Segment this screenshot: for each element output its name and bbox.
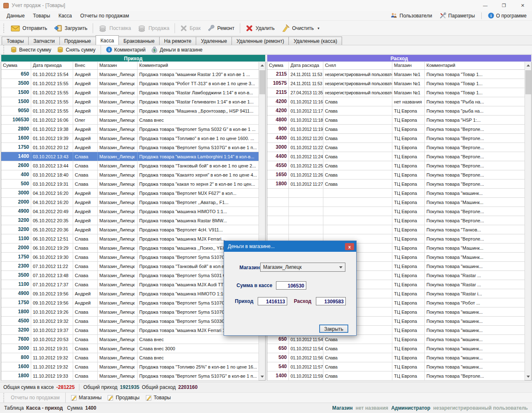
tab-deleted-cash[interactable]: Удаленные (касса) [288,37,342,45]
table-row[interactable]: 211527.04.2013 11:35незарегистрированный… [267,88,525,97]
delete-button[interactable]: Удалить [242,23,278,34]
table-row[interactable]: 200006.10.2012 19:29СлаваМагазин_ЛипецкП… [1,243,259,253]
table-row[interactable]: 65001.10.2012 11:54СлаваТЦ ЕвропаПокупка… [267,344,525,353]
table-row[interactable]: 40003.10.2012 18:40СлаваМагазин_ЛипецкПр… [1,170,259,179]
column-header[interactable]: Магазин [392,62,425,69]
table-row[interactable]: 420001.10.2012 11:17СлаваТЦ ЕвропаПокупк… [267,106,525,116]
scroll-down-icon[interactable] [259,373,266,380]
column-header[interactable]: Комментарий [425,62,525,69]
table-row[interactable]: 150001.10.2012 15:55АндрейМагазин_Липецк… [1,88,259,97]
table-row[interactable]: 440001.10.2012 11:20СлаваТЦ ЕвропаПокупк… [267,134,525,143]
table-row[interactable]: 260003.10.2012 13:44СлаваМагазин_ЛипецкП… [1,161,259,170]
table-row[interactable]: 160001.10.2012 19:39АндрейМагазин_Липецк… [1,134,259,143]
table-row[interactable]: 905001.10.2012 15:55АндрейМагазин_Липецк… [1,106,259,116]
scroll-up-icon[interactable] [525,62,532,69]
table-row[interactable]: 455001.10.2012 11:25СлаваТЦ ЕвропаПокупк… [267,161,525,170]
expense-scrollbar[interactable] [525,62,531,380]
table-row[interactable]: 160011.10.2012 19:32СлаваМагазин_ЛипецкП… [1,362,259,371]
table-row[interactable]: 1057524.11.2011 11:53незарегистрированны… [267,79,525,88]
table-row[interactable]: 420001.10.2012 11:16Славанет названияПок… [267,97,525,106]
take-sum-button[interactable]: Снять сумму [54,46,98,54]
table-row[interactable]: 80011.10.2012 19:32СлаваМагазин_ЛипецкСл… [1,353,259,362]
minimize-button[interactable]: — [476,0,495,11]
defect-button[interactable]: Брак [177,23,204,33]
table-row[interactable]: 450010.10.2012 19:32СлаваМагазин_ЛипецкП… [1,317,259,326]
table-row[interactable]: 180010.10.2012 19:26СлаваМагазин_ЛипецкП… [1,307,259,317]
column-header[interactable]: Дата прихода [31,62,73,69]
table-row[interactable]: ТЦ ЕвропаПокупка товара "Вертоле... [267,207,525,216]
table-row[interactable]: 175009.10.2012 19:56АндрейМагазин_Липецк… [1,298,259,307]
scroll-down-icon[interactable] [525,373,532,380]
table-row[interactable]: 200004.10.2012 16:20АндрейМагазин_Липецк… [1,198,259,207]
table-row[interactable]: 490009.10.2012 19:56АндрейМагазин_Липецк… [1,289,259,298]
table-row[interactable]: 180001.10.2012 11:27СлаваТЦ ЕвропаПокупк… [267,179,525,189]
tab-deleted-repair[interactable]: Удаленные (ремонт) [232,37,289,45]
column-header[interactable]: Внес [73,62,98,69]
column-header[interactable]: Снял [323,62,392,69]
menu-goods[interactable]: Товары [29,12,54,20]
table-row[interactable]: 300004.10.2012 16:20АндрейМагазин_Липецк… [1,189,259,198]
close-button[interactable]: ✕ [513,0,532,11]
table-row[interactable]: 140003.10.2012 13:43СлаваМагазин_ЛипецкП… [1,152,259,161]
table-row[interactable]: 110006.10.2012 12:51СлаваМагазин_ЛипецкП… [1,234,259,243]
table-row[interactable]: 230007.10.2012 11:22СлаваМагазин_ЛипецкП… [1,262,259,271]
column-header[interactable]: Сумма [267,62,289,69]
table-row[interactable]: 10653001.10.2012 16:06ОлегМагазин_Липецк… [1,116,259,125]
supply-button[interactable]: Поставка [95,23,134,34]
table-row[interactable]: 165001.10.2012 11:26СлаваТЦ ЕвропаПокупк… [267,170,525,179]
report-goods-button[interactable]: Товары [143,394,174,402]
table-row[interactable]: 175006.10.2012 19:30СлаваМагазин_ЛипецкП… [1,253,259,262]
load-button[interactable]: Загрузить [51,23,91,34]
table-row[interactable]: ТЦ ЕвропаПокупка товара "машинк... [267,189,525,198]
maximize-button[interactable]: ❐ [495,0,513,11]
tab-cash[interactable]: Касса [96,35,119,45]
tab-deleted[interactable]: Удаленные [196,37,232,45]
table-row[interactable]: ТЦ ЕвропаПокупка товара "Вертоле... [267,216,525,225]
table-row[interactable]: 65001.10.2012 11:54СлаваТЦ ЕвропаПокупка… [267,335,525,344]
table-row[interactable]: 320005.10.2012 20:35АндрейМагазин_Липецк… [1,216,259,225]
dialog-close-button[interactable]: x [345,243,354,250]
tab-sold[interactable]: Проданные [59,37,96,45]
table-row[interactable]: 320010.10.2012 19:37СлаваМагазин_ЛипецкП… [1,326,259,335]
tab-parts[interactable]: Запчасти [28,37,60,45]
table-row[interactable]: ТЦ ЕвропаПокупка товара "Танков... [267,225,525,234]
table-row[interactable]: 90001.10.2012 11:19СлаваТЦ ЕвропаПокупка… [267,125,525,134]
column-header[interactable]: Магазин [98,62,138,69]
table-row[interactable]: 50001.10.2012 11:56СлаваТЦ ЕвропаПокупка… [267,353,525,362]
parameters-menu-button[interactable]: Параметры [437,12,478,20]
scroll-up-icon[interactable] [259,62,266,69]
report-shops-button[interactable]: Магазины [68,394,105,402]
column-header[interactable]: Дата расхода [289,62,323,69]
column-header[interactable]: Сумма [1,62,31,69]
table-row[interactable]: 300011.10.2012 19:31СлаваМагазин_ЛипецкС… [1,344,259,353]
table-row[interactable]: 65001.10.2012 15:54АндрейМагазин_ЛипецкП… [1,70,259,79]
send-button[interactable]: Отправить [7,23,51,33]
table-row[interactable]: 490004.10.2012 20:49АндрейМагазин_Липецк… [1,207,259,216]
table-row[interactable]: 440001.10.2012 11:24СлаваТЦ ЕвропаПокупк… [267,152,525,161]
table-row[interactable]: 300001.10.2012 11:22СлаваТЦ ЕвропаПокупк… [267,143,525,152]
menu-cash[interactable]: Касса [54,12,76,20]
table-row[interactable]: 54001.10.2012 11:57СлаваТЦ ЕвропаПокупка… [267,362,525,371]
column-header[interactable]: Комментарий [138,62,259,69]
scrollbar-thumb[interactable] [525,70,531,94]
table-row[interactable]: 50003.10.2012 19:31СлаваМагазин_ЛипецкПр… [1,179,259,189]
table-row[interactable]: 480001.10.2012 11:18СлаваТЦ ЕвропаПокупк… [267,116,525,125]
add-sum-button[interactable]: Внести сумму [7,46,54,54]
table-row[interactable]: 140001.10.2012 11:59СлаваТЦ ЕвропаПокупк… [267,371,525,381]
table-row[interactable]: 350007.10.2012 13:48СлаваМагазин_ЛипецкП… [1,271,259,280]
scrollbar-thumb[interactable] [259,70,265,94]
table-row[interactable]: 180011.10.2012 19:33СлаваМагазин_ЛипецкП… [1,371,259,381]
table-row[interactable]: 320005.10.2012 20:36АндрейМагазин_Липецк… [1,225,259,234]
repair-button[interactable]: Ремонт [204,23,238,33]
table-row[interactable]: 175001.10.2012 20:12АндрейМагазин_Липецк… [1,143,259,152]
table-row[interactable]: ТЦ ЕвропаПокупка товара "Машинк... [267,198,525,207]
clear-button[interactable]: Очистить ▾ [278,23,323,34]
users-menu-button[interactable]: Пользователи [388,12,435,20]
shop-select[interactable]: Магазин_Липецк [260,263,345,272]
about-menu-button[interactable]: i О программе [485,12,530,20]
tab-in-repair[interactable]: На ремонте [159,37,197,45]
report-sellers-button[interactable]: Продавцы [104,394,142,402]
table-row[interactable]: 280001.10.2012 19:38АндрейМагазин_Липецк… [1,125,259,134]
table-row[interactable]: 350001.10.2012 15:55АндрейМагазин_Липецк… [1,79,259,88]
money-in-shop-button[interactable]: $ Деньги в магазине [148,46,205,54]
